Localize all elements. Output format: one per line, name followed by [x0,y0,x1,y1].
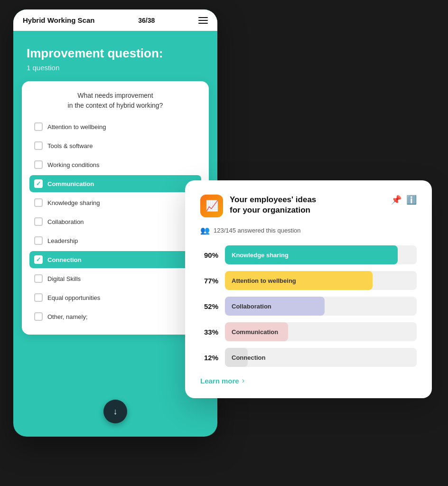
menu-button[interactable] [198,17,208,24]
progress-label: 36/38 [138,17,155,24]
results-icon-wrap: 📈 [200,195,223,217]
option-collaboration[interactable]: Collaboration [29,213,201,230]
option-knowledge[interactable]: Knowledge sharing [29,194,201,211]
bar-fill: Collaboration [225,297,325,316]
option-leadership[interactable]: Leadership [29,232,201,249]
results-meta: 👥 123/145 answered this question [200,226,417,235]
bar-wrap: Attention to wellbeing [225,271,417,290]
option-tools[interactable]: Tools & software [29,137,201,154]
bar-fill: Communication [225,322,288,341]
checkbox-tools [34,141,43,150]
option-label-tools: Tools & software [47,142,93,150]
hero-title: Improvement question: [27,46,204,61]
checkbox-attention [34,122,43,131]
checkmark-icon: ✓ [36,180,41,187]
phone-header: Hybrid Working Scan 36/38 [13,9,217,31]
results-card: 📈 Your employees' ideasfor your organiza… [185,180,432,398]
pin-icon[interactable]: 📌 [391,195,401,205]
checkbox-communication: ✓ [34,179,43,188]
checkbox-other [34,312,43,321]
bar-row-connection: 12%Connection [200,348,417,367]
option-label-other: Other, namely; [47,313,88,320]
checkbox-equal [34,293,43,302]
chart-icon: 📈 [205,200,218,212]
arrow-down-icon: ↓ [113,407,118,417]
bar-label: Knowledge sharing [232,252,289,259]
people-icon: 👥 [200,226,210,235]
info-icon[interactable]: ℹ️ [406,195,417,205]
checkbox-digital [34,274,43,283]
next-button[interactable]: ↓ [103,400,127,423]
meta-text: 123/145 answered this question [214,227,301,234]
bars-container: 90%Knowledge sharing77%Attention to well… [200,245,417,367]
option-other[interactable]: Other, namely; [29,308,201,325]
bar-fill: Connection [225,348,248,367]
bar-pct: 52% [200,302,218,310]
bar-label: Communication [232,328,278,336]
option-label-attention: Attention to wellbeing [47,123,106,131]
question-text: What needs improvementin the context of … [29,91,201,111]
checkbox-collaboration [34,217,43,226]
option-label-communication: Communication [47,180,94,187]
bar-fill: Knowledge sharing [225,245,398,264]
checkbox-connection: ✓ [34,255,43,264]
bar-row-knowledge-sharing: 90%Knowledge sharing [200,245,417,264]
bar-row-collaboration: 52%Collaboration [200,297,417,316]
option-attention[interactable]: Attention to wellbeing [29,118,201,135]
bar-label: Connection [232,354,266,361]
option-digital[interactable]: Digital Skills [29,270,201,287]
learn-more-link[interactable]: Learn more [200,377,239,385]
option-label-leadership: Leadership [47,237,78,244]
results-header: 📈 Your employees' ideasfor your organiza… [200,195,417,217]
bar-pct: 90% [200,251,218,259]
bar-fill: Attention to wellbeing [225,271,373,290]
option-connection[interactable]: ✓Connection [29,251,201,268]
bar-row-attention-to-wellbeing: 77%Attention to wellbeing [200,271,417,290]
option-working[interactable]: Working conditions [29,156,201,173]
bar-wrap: Communication [225,322,417,341]
bar-wrap: Collaboration [225,297,417,316]
app-title: Hybrid Working Scan [23,16,94,24]
bar-label: Collaboration [232,303,271,310]
bar-label: Attention to wellbeing [232,277,296,284]
option-label-connection: Connection [47,256,82,263]
bar-pct: 12% [200,354,218,362]
scene: Hybrid Working Scan 36/38 Improvement qu… [0,0,448,486]
checkbox-working [34,160,43,169]
phone-hero: Improvement question: 1 question [13,31,217,81]
hero-subtitle: 1 question [27,64,204,72]
bar-pct: 77% [200,277,218,285]
bar-wrap: Connection [225,348,417,367]
learn-more-row: Learn more › [200,376,417,385]
option-equal[interactable]: Equal opportunities [29,289,201,306]
option-label-knowledge: Knowledge sharing [47,199,100,206]
option-label-collaboration: Collaboration [47,218,84,225]
chevron-right-icon: › [242,376,244,385]
option-communication[interactable]: ✓Communication [29,175,201,192]
results-actions: 📌 ℹ️ [391,195,417,205]
options-list: Attention to wellbeingTools & softwareWo… [29,118,201,325]
checkbox-knowledge [34,198,43,207]
checkbox-leadership [34,236,43,245]
bar-wrap: Knowledge sharing [225,245,417,264]
bar-pct: 33% [200,328,218,336]
checkmark-icon: ✓ [36,256,41,263]
option-label-digital: Digital Skills [47,275,81,282]
option-label-working: Working conditions [47,161,100,168]
bar-row-communication: 33%Communication [200,322,417,341]
results-title-wrap: Your employees' ideasfor your organizati… [230,195,384,215]
question-card: What needs improvementin the context of … [22,81,209,335]
results-title: Your employees' ideasfor your organizati… [230,195,384,215]
option-label-equal: Equal opportunities [47,294,100,301]
